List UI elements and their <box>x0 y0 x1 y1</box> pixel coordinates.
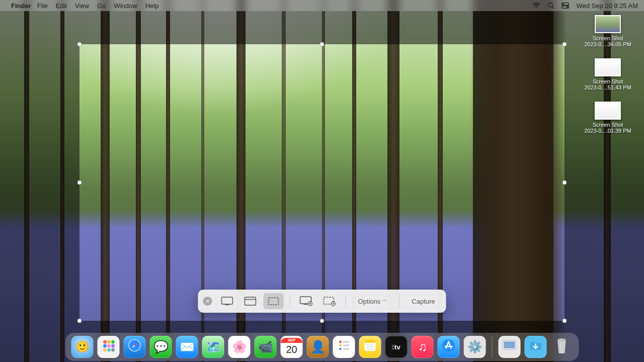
screenshot-close-button[interactable]: ✕ <box>203 297 212 306</box>
svg-rect-34 <box>343 345 350 346</box>
svg-point-26 <box>111 348 115 352</box>
recent-app-icon <box>503 340 517 354</box>
dock-mail[interactable]: ✉️ <box>176 336 198 358</box>
selection-handle-ne[interactable] <box>562 42 567 47</box>
selection-handle-s[interactable] <box>320 319 325 323</box>
file-thumbnail-icon <box>595 58 621 76</box>
svg-rect-10 <box>268 298 278 305</box>
maps-icon: 🗺️ <box>206 340 221 354</box>
svg-point-24 <box>103 348 107 352</box>
dock-calendar[interactable]: SEP 20 <box>281 336 303 358</box>
window-icon <box>244 297 256 306</box>
dock: 🙂 💬 ✉️ 🗺️ 🌸 📹 SEP 20 <box>65 333 579 361</box>
file-name-line2: 2023-0....34.05 PM <box>584 41 631 47</box>
file-thumbnail-icon <box>595 15 621 33</box>
selection-record-icon <box>323 296 336 306</box>
capture-selection-button[interactable] <box>263 293 283 309</box>
dock-notes[interactable] <box>359 336 381 358</box>
options-label: Options <box>358 298 380 305</box>
menu-file[interactable]: File <box>37 2 48 10</box>
selection-handle-nw[interactable] <box>77 42 82 47</box>
calendar-month: SEP <box>281 338 303 343</box>
selection-handle-w[interactable] <box>77 180 82 185</box>
toolbar-separator <box>289 294 290 308</box>
screenshot-toolbar: ✕ Options ﹀ Capture <box>198 290 446 313</box>
dock-tv[interactable]: tv <box>385 336 408 358</box>
dock-safari[interactable] <box>124 336 146 358</box>
contacts-icon: 👤 <box>310 340 326 354</box>
messages-icon: 💬 <box>153 340 169 354</box>
svg-rect-7 <box>225 304 229 305</box>
selection-icon <box>267 297 279 306</box>
chevron-down-icon: ﹀ <box>382 298 387 305</box>
dock-photos[interactable]: 🌸 <box>228 336 251 358</box>
appstore-icon <box>442 339 455 355</box>
file-name-line1: Screen Shot <box>593 78 623 84</box>
capture-entire-screen-button[interactable] <box>217 293 237 309</box>
svg-rect-12 <box>303 304 307 305</box>
svg-rect-32 <box>343 341 350 343</box>
safari-icon <box>127 338 142 356</box>
menu-help[interactable]: Help <box>145 2 159 10</box>
svg-point-14 <box>309 303 311 304</box>
svg-point-18 <box>103 340 107 344</box>
desktop-file[interactable]: Screen Shot 2023-0....01.39 PM <box>578 102 638 134</box>
menu-edit[interactable]: Edit <box>56 2 67 10</box>
dock-music[interactable]: ♫ <box>412 336 434 358</box>
spotlight-icon[interactable] <box>547 2 554 9</box>
screenshot-capture-button[interactable]: Capture <box>406 293 441 309</box>
dock-appstore[interactable] <box>438 336 460 358</box>
dock-reminders[interactable] <box>333 336 355 358</box>
menu-view[interactable]: View <box>75 2 89 10</box>
svg-point-22 <box>107 344 111 348</box>
dock-trash[interactable] <box>551 336 573 358</box>
svg-point-0 <box>548 3 553 8</box>
dock-contacts[interactable]: 👤 <box>307 336 329 358</box>
screenshot-options-dropdown[interactable]: Options ﹀ <box>352 293 393 309</box>
selection-handle-sw[interactable] <box>77 319 82 323</box>
svg-rect-38 <box>365 340 376 343</box>
dock-downloads[interactable] <box>525 336 547 358</box>
screenshot-selection[interactable] <box>79 44 565 321</box>
gear-icon: ⚙️ <box>467 340 482 354</box>
facetime-icon: 📹 <box>258 340 273 354</box>
downloads-icon <box>529 339 542 355</box>
svg-point-21 <box>103 344 107 348</box>
dock-system-settings[interactable]: ⚙️ <box>464 336 486 358</box>
svg-point-25 <box>107 348 111 352</box>
selection-handle-n[interactable] <box>320 42 325 47</box>
menu-window[interactable]: Window <box>114 2 137 10</box>
desktop-file[interactable]: Screen Shot 2023-0....34.05 PM <box>578 15 638 47</box>
selection-handle-e[interactable] <box>562 180 567 185</box>
file-name-line1: Screen Shot <box>593 35 623 41</box>
record-entire-screen-button[interactable] <box>296 293 316 309</box>
file-name-line2: 2023-0....51.43 PM <box>584 84 631 90</box>
dock-messages[interactable]: 💬 <box>150 336 172 358</box>
control-center-icon[interactable] <box>561 3 569 9</box>
dock-launchpad[interactable] <box>98 336 120 358</box>
music-icon: ♫ <box>418 340 427 354</box>
svg-rect-6 <box>221 297 232 304</box>
selection-handle-se[interactable] <box>562 319 567 323</box>
svg-point-23 <box>111 344 115 348</box>
record-selection-button[interactable] <box>319 293 339 309</box>
dock-maps[interactable]: 🗺️ <box>202 336 224 358</box>
dock-finder[interactable]: 🙂 <box>71 336 94 358</box>
capture-window-button[interactable] <box>240 293 260 309</box>
menubar-app-name[interactable]: Finder <box>11 2 31 10</box>
svg-point-35 <box>339 348 342 350</box>
dock-recent-app[interactable] <box>499 336 521 358</box>
notes-icon <box>364 339 377 355</box>
svg-point-19 <box>107 340 111 344</box>
svg-point-17 <box>333 303 334 304</box>
mail-icon: ✉️ <box>180 340 195 354</box>
menu-go[interactable]: Go <box>97 2 106 10</box>
menubar-clock[interactable]: Wed Sep 20 9:25 AM <box>576 2 638 10</box>
toolbar-separator <box>345 294 346 308</box>
tv-icon: tv <box>392 343 400 351</box>
desktop-file[interactable]: Screen Shot 2023-0....51.43 PM <box>578 58 638 90</box>
dock-facetime[interactable]: 📹 <box>255 336 277 358</box>
svg-rect-46 <box>530 342 535 344</box>
wifi-icon[interactable] <box>532 3 540 9</box>
svg-point-31 <box>339 341 342 343</box>
